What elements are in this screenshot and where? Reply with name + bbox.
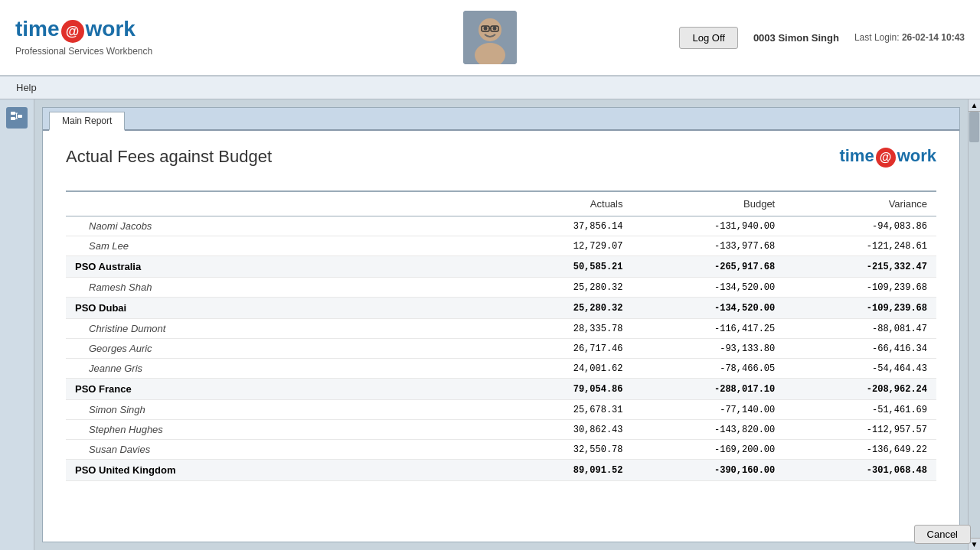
row-variance: -215,332.47 xyxy=(784,256,936,278)
row-actuals: 32,550.78 xyxy=(501,440,632,460)
row-budget: -288,017.10 xyxy=(632,379,785,400)
row-name: Ramesh Shah xyxy=(66,278,501,298)
report-header-row: Actual Fees against Budget time@work xyxy=(66,146,936,168)
navbar: Help xyxy=(0,76,980,99)
col-header-budget: Budget xyxy=(632,191,785,216)
table-row: Stephen Hughes30,862.43-143,820.00-112,9… xyxy=(66,420,936,440)
row-variance: -112,957.57 xyxy=(784,420,936,440)
row-variance: -121,248.61 xyxy=(784,236,936,256)
logo-subtitle: Professional Services Workbench xyxy=(15,46,152,57)
col-header-actuals: Actuals xyxy=(501,191,632,216)
logo-before: time xyxy=(15,17,60,41)
row-budget: -131,940.00 xyxy=(632,216,785,236)
svg-point-3 xyxy=(484,27,488,31)
logo-after: work xyxy=(86,17,136,41)
table-row: Susan Davies32,550.78-169,200.00-136,649… xyxy=(66,440,936,460)
row-name: Naomi Jacobs xyxy=(66,216,501,236)
sidebar xyxy=(0,99,34,550)
row-variance: -109,239.68 xyxy=(784,278,936,298)
table-row: PSO Australia50,585.21-265,917.68-215,33… xyxy=(66,256,936,278)
report-logo-before: time xyxy=(839,146,874,165)
row-variance: -136,649.22 xyxy=(784,440,936,460)
report-title: Actual Fees against Budget xyxy=(66,147,272,167)
table-header: Actuals Budget Variance xyxy=(66,191,936,216)
data-table: Actuals Budget Variance Naomi Jacobs37,8… xyxy=(66,190,936,481)
scroll-track xyxy=(969,112,980,538)
row-budget: -390,160.00 xyxy=(632,460,785,481)
row-actuals: 30,862.43 xyxy=(501,420,632,440)
row-variance: -208,962.24 xyxy=(784,379,936,400)
table-row: Sam Lee12,729.07-133,977.68-121,248.61 xyxy=(66,236,936,256)
report-logo-after: work xyxy=(897,146,936,165)
row-actuals: 50,585.21 xyxy=(501,256,632,278)
table-row: Jeanne Gris24,001.62-78,466.05-54,464.43 xyxy=(66,359,936,379)
row-name: PSO France xyxy=(66,379,501,400)
row-name: Simon Singh xyxy=(66,400,501,420)
last-login: Last Login: 26-02-14 10:43 xyxy=(854,32,965,43)
row-variance: -88,081.47 xyxy=(784,319,936,339)
row-actuals: 25,280.32 xyxy=(501,298,632,319)
row-name: Sam Lee xyxy=(66,236,501,256)
scroll-up-button[interactable]: ▲ xyxy=(969,99,981,112)
row-budget: -133,977.68 xyxy=(632,236,785,256)
header-right: Log Off 0003 Simon Singh Last Login: 26-… xyxy=(679,27,965,49)
svg-rect-8 xyxy=(11,112,15,115)
row-variance: -301,068.48 xyxy=(784,460,936,481)
last-login-label: Last Login: xyxy=(854,32,900,43)
logo-area: time@work Professional Services Workbenc… xyxy=(15,18,152,57)
svg-rect-10 xyxy=(18,115,22,118)
col-header-name xyxy=(66,191,501,216)
row-variance: -109,239.68 xyxy=(784,298,936,319)
row-name: Georges Auric xyxy=(66,339,501,359)
table-header-row: Actuals Budget Variance xyxy=(66,191,936,216)
report-logo-at: @ xyxy=(876,148,896,168)
logoff-button[interactable]: Log Off xyxy=(679,27,737,49)
row-budget: -134,520.00 xyxy=(632,298,785,319)
report-container: Main Report Actual Fees against Budget t… xyxy=(42,107,960,542)
app-header: time@work Professional Services Workbenc… xyxy=(0,0,980,76)
last-login-value: 26-02-14 10:43 xyxy=(902,32,965,43)
row-actuals: 12,729.07 xyxy=(501,236,632,256)
row-actuals: 25,678.31 xyxy=(501,400,632,420)
table-row: PSO France79,054.86-288,017.10-208,962.2… xyxy=(66,379,936,400)
svg-point-4 xyxy=(493,27,497,31)
row-budget: -78,466.05 xyxy=(632,359,785,379)
row-budget: -93,133.80 xyxy=(632,339,785,359)
logo-at-symbol: @ xyxy=(61,20,84,43)
row-name: PSO United Kingdom xyxy=(66,460,501,481)
row-budget: -143,820.00 xyxy=(632,420,785,440)
table-row: PSO United Kingdom89,091.52-390,160.00-3… xyxy=(66,460,936,481)
row-actuals: 89,091.52 xyxy=(501,460,632,481)
cancel-button[interactable]: Cancel xyxy=(914,525,971,544)
row-variance: -54,464.43 xyxy=(784,359,936,379)
row-budget: -134,520.00 xyxy=(632,278,785,298)
row-variance: -94,083.86 xyxy=(784,216,936,236)
table-row: Georges Auric26,717.46-93,133.80-66,416.… xyxy=(66,339,936,359)
sidebar-tree-icon[interactable] xyxy=(6,107,28,129)
row-name: PSO Dubai xyxy=(66,298,501,319)
user-avatar-container xyxy=(463,11,517,64)
table-body: Naomi Jacobs37,856.14-131,940.00-94,083.… xyxy=(66,216,936,481)
table-row: Christine Dumont28,335.78-116,417.25-88,… xyxy=(66,319,936,339)
row-variance: -66,416.34 xyxy=(784,339,936,359)
row-name: Jeanne Gris xyxy=(66,359,501,379)
scroll-thumb[interactable] xyxy=(969,112,979,142)
row-budget: -77,140.00 xyxy=(632,400,785,420)
help-menu[interactable]: Help xyxy=(8,78,45,97)
row-name: Susan Davies xyxy=(66,440,501,460)
col-header-variance: Variance xyxy=(784,191,936,216)
report-tab-bar: Main Report xyxy=(43,108,959,131)
report-logo: time@work xyxy=(839,146,936,168)
row-name: Stephen Hughes xyxy=(66,420,501,440)
user-info: 0003 Simon Singh xyxy=(753,32,839,44)
logo: time@work xyxy=(15,18,136,43)
row-actuals: 28,335.78 xyxy=(501,319,632,339)
row-budget: -265,917.68 xyxy=(632,256,785,278)
main-report-tab[interactable]: Main Report xyxy=(49,112,125,131)
row-actuals: 25,280.32 xyxy=(501,278,632,298)
avatar-image xyxy=(463,11,517,64)
table-row: Simon Singh25,678.31-77,140.00-51,461.69 xyxy=(66,400,936,420)
report-scroll-area[interactable]: Actual Fees against Budget time@work Act… xyxy=(43,131,959,542)
row-budget: -116,417.25 xyxy=(632,319,785,339)
bottom-bar: Cancel xyxy=(905,519,980,550)
